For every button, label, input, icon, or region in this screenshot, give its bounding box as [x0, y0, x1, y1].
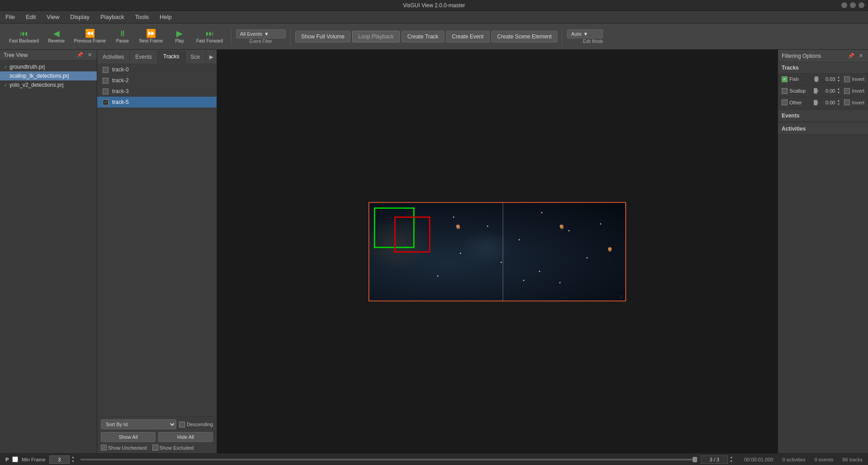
tab-tracks[interactable]: Tracks	[158, 51, 185, 63]
tracks-footer: Sort By Id Descending Show All Hide All …	[97, 416, 217, 453]
play-checkbox[interactable]	[12, 456, 18, 462]
event-filter-dropdown[interactable]: All Events ▼	[236, 29, 286, 38]
auto-dropdown[interactable]: Auto ▼	[567, 29, 603, 38]
other-spinner[interactable]: ▲ ▼	[837, 99, 842, 107]
show-unchecked-option[interactable]: ✓ Show Unchecked	[101, 445, 147, 451]
menu-playback[interactable]: Playback	[99, 13, 126, 21]
orange-star-3-svg	[608, 249, 612, 252]
fast-forward-button[interactable]: ⏭ Fast Forward	[193, 28, 226, 45]
descending-check-box[interactable]	[179, 422, 185, 427]
frame-count-spinner[interactable]: ▲ ▼	[730, 456, 735, 463]
other-spinner-up[interactable]: ▲	[837, 99, 842, 103]
tree-check-yolo: ✓	[4, 82, 8, 88]
tree-item-groundtruth[interactable]: ✓ groundtruth.prj	[0, 62, 97, 71]
timeline-slider[interactable]	[80, 459, 697, 460]
star-3	[541, 212, 542, 213]
fish-spinner-up[interactable]: ▲	[837, 75, 842, 79]
frame-count-input[interactable]	[701, 456, 728, 464]
filtering-close-icon[interactable]: ✕	[858, 52, 864, 59]
menu-view[interactable]: View	[45, 13, 61, 21]
fast-backward-button[interactable]: ⏮ Fast Backward	[5, 28, 42, 45]
create-event-button[interactable]: Create Event	[446, 31, 490, 42]
track-2-checkbox[interactable]	[103, 78, 108, 84]
pause-icon: ⏸	[118, 29, 127, 38]
star-9	[460, 253, 461, 254]
fish-spinner-down[interactable]: ▼	[837, 79, 842, 83]
scallop-slider[interactable]	[814, 90, 819, 92]
video-area[interactable]: □	[217, 50, 778, 453]
track-5-checkbox[interactable]: ✓	[103, 99, 108, 105]
track-item-2[interactable]: track-2	[97, 75, 217, 86]
show-all-button[interactable]: Show All	[101, 432, 156, 442]
track-item-3[interactable]: track-3	[97, 86, 217, 97]
tabs-right-arrow-icon[interactable]: ▶	[206, 51, 217, 63]
toolbar-separator-3	[562, 28, 562, 46]
previous-frame-button[interactable]: ⏪ Previous Frame	[70, 28, 109, 45]
menu-help[interactable]: Help	[158, 13, 174, 21]
sort-select[interactable]: Sort By Id	[101, 419, 176, 429]
frame-count-spinner-up[interactable]: ▲	[730, 456, 735, 459]
scallop-spinner[interactable]: ▲ ▼	[837, 87, 842, 95]
tree-view-close-icon[interactable]: ✕	[86, 52, 93, 58]
track-0-checkbox[interactable]	[103, 67, 108, 73]
video-canvas: □	[368, 202, 626, 301]
menu-edit[interactable]: Edit	[24, 13, 38, 21]
scallop-spinner-up[interactable]: ▲	[837, 87, 842, 91]
fish-slider[interactable]	[814, 78, 819, 80]
star-7	[586, 257, 588, 258]
track-item-0[interactable]: track-0	[97, 64, 217, 75]
close-button[interactable]	[859, 2, 864, 8]
scallop-checkbox[interactable]	[782, 88, 788, 94]
tree-item-yolo[interactable]: ✓ yolo_v2_detections.prj	[0, 80, 97, 89]
frame-spinner-down[interactable]: ▼	[71, 460, 77, 463]
frame-count-spinner-down[interactable]: ▼	[730, 460, 735, 463]
hide-all-button[interactable]: Hide All	[158, 432, 213, 442]
next-frame-button[interactable]: ⏩ Next Frame	[136, 28, 166, 45]
menu-tools[interactable]: Tools	[133, 13, 151, 21]
tab-scene[interactable]: Sce	[185, 51, 206, 63]
tree-view-pin-icon[interactable]: 📌	[75, 52, 85, 58]
scallop-invert-checkbox[interactable]	[844, 88, 850, 94]
create-track-button[interactable]: Create Track	[401, 31, 444, 42]
next-frame-icon: ⏩	[146, 29, 156, 38]
fish-spinner[interactable]: ▲ ▼	[837, 75, 842, 83]
tab-events[interactable]: Events	[130, 51, 158, 63]
fish-value: 0.03	[821, 76, 835, 82]
maximize-button[interactable]	[850, 2, 856, 8]
filtering-pin-icon[interactable]: 📌	[847, 52, 856, 59]
show-full-volume-button[interactable]: Show Full Volume	[295, 31, 350, 42]
timestamp: 00:00:01.000	[744, 457, 773, 462]
frame-counter: ▲ ▼	[701, 456, 735, 464]
fish-invert-checkbox[interactable]	[844, 76, 850, 82]
min-frame-input[interactable]	[49, 456, 70, 464]
track-3-checkbox[interactable]	[103, 89, 108, 94]
menu-file[interactable]: File	[4, 13, 17, 21]
auto-dropdown-arrow-icon: ▼	[583, 31, 588, 37]
reverse-button[interactable]: ◀ Reverse	[44, 28, 68, 45]
descending-checkbox[interactable]: Descending	[179, 422, 213, 427]
show-hide-row: Show All Hide All	[101, 432, 213, 442]
loop-playback-button[interactable]: Loop Playback	[352, 31, 400, 42]
minimize-button[interactable]	[841, 2, 847, 8]
fish-checkbox[interactable]: ✓	[782, 76, 788, 82]
frame-spinner[interactable]: ▲ ▼	[71, 456, 77, 463]
show-excluded-option[interactable]: Show Excluded	[152, 445, 194, 451]
play-button[interactable]: ▶ Play	[168, 28, 191, 45]
other-spinner-down[interactable]: ▼	[837, 103, 842, 106]
toolbar-separator-1	[231, 28, 231, 46]
menu-display[interactable]: Display	[68, 13, 91, 21]
other-slider[interactable]	[814, 102, 819, 103]
other-checkbox[interactable]	[782, 99, 788, 105]
tree-item-scallop[interactable]: ✓ scallop_tk_detections.prj	[0, 71, 97, 80]
star-10	[523, 280, 524, 281]
pause-button[interactable]: ⏸ Pause	[111, 28, 134, 45]
track-item-5[interactable]: ✓ track-5	[97, 97, 217, 108]
show-excluded-checkbox[interactable]	[152, 445, 158, 451]
frame-spinner-up[interactable]: ▲	[71, 456, 77, 459]
show-unchecked-checkbox[interactable]: ✓	[101, 445, 107, 451]
scallop-spinner-down[interactable]: ▼	[837, 91, 842, 94]
tab-activities[interactable]: Activities	[97, 51, 130, 63]
vertical-divider-line	[503, 203, 503, 301]
create-scene-element-button[interactable]: Create Scene Element	[491, 31, 558, 42]
other-invert-checkbox[interactable]	[844, 99, 850, 105]
